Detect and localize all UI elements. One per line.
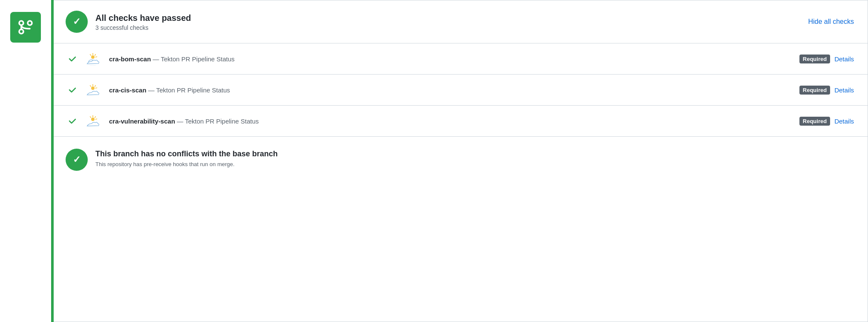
required-badge-2: Required (799, 86, 830, 95)
svg-line-6 (90, 55, 91, 55)
svg-line-13 (95, 86, 96, 86)
svg-point-7 (91, 55, 95, 59)
check-actions-3: Required Details (799, 117, 854, 126)
check-label-1: cra-bom-scan — Tekton PR Pipeline Status (109, 55, 799, 63)
check-row-cra-bom-scan: cra-bom-scan — Tekton PR Pipeline Status… (54, 43, 868, 75)
bottom-title: This branch has no conflicts with the ba… (95, 149, 278, 159)
svg-line-4 (95, 55, 96, 55)
svg-line-5 (95, 57, 97, 57)
git-merge-icon (10, 12, 41, 43)
bottom-subtitle: This repository has pre-receive hooks th… (95, 161, 278, 167)
details-link-1[interactable]: Details (834, 55, 854, 63)
svg-line-19 (95, 119, 97, 119)
svg-line-14 (95, 88, 97, 88)
header-title: All checks have passed (95, 12, 798, 23)
required-badge-1: Required (799, 55, 830, 63)
header-text: All checks have passed 3 successful chec… (95, 12, 798, 31)
details-link-3[interactable]: Details (834, 118, 854, 125)
check-actions-1: Required Details (799, 55, 854, 63)
check-label-3: cra-vulnerability-scan — Tekton PR Pipel… (109, 118, 799, 125)
bottom-section: ✓ This branch has no conflicts with the … (54, 137, 868, 183)
checks-panel: ✓ All checks have passed 3 successful ch… (54, 0, 868, 322)
cloud-sun-icon-2 (83, 82, 103, 98)
bottom-text: This branch has no conflicts with the ba… (95, 149, 278, 167)
details-link-2[interactable]: Details (834, 86, 854, 94)
check-row-cra-cis-scan: cra-cis-scan — Tekton PR Pipeline Status… (54, 75, 868, 106)
svg-line-18 (95, 117, 96, 118)
svg-line-20 (90, 117, 91, 118)
check-tick-2 (66, 86, 79, 94)
passed-status-icon: ✓ (66, 11, 88, 33)
hide-all-checks-link[interactable]: Hide all checks (808, 18, 854, 26)
header-row: ✓ All checks have passed 3 successful ch… (54, 0, 868, 43)
no-conflicts-icon: ✓ (66, 149, 88, 171)
check-row-cra-vulnerability-scan: cra-vulnerability-scan — Tekton PR Pipel… (54, 106, 868, 137)
check-actions-2: Required Details (799, 86, 854, 95)
svg-point-16 (91, 86, 95, 90)
required-badge-3: Required (799, 117, 830, 126)
svg-line-15 (90, 86, 91, 86)
check-tick-3 (66, 117, 79, 125)
cloud-sun-icon-3 (83, 113, 103, 129)
check-tick-1 (66, 55, 79, 63)
check-label-2: cra-cis-scan — Tekton PR Pipeline Status (109, 86, 799, 94)
header-subtitle: 3 successful checks (95, 24, 798, 31)
svg-point-21 (91, 118, 95, 121)
cloud-sun-icon-1 (83, 51, 103, 66)
